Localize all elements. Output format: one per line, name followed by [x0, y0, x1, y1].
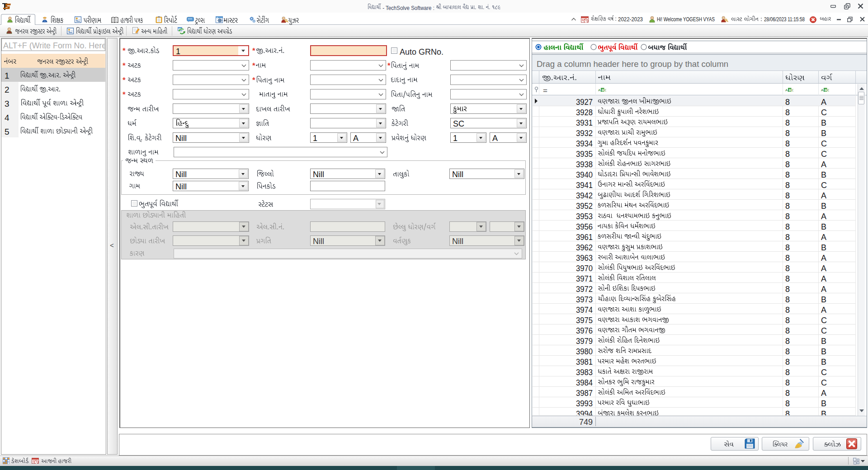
svg-text:B: B [602, 88, 604, 92]
svg-text:A: A [598, 88, 601, 92]
svg-text:A: A [821, 88, 824, 92]
svg-text:B: B [825, 88, 827, 92]
svg-text:C: C [827, 88, 829, 92]
svg-text:B: B [789, 88, 792, 92]
svg-text:A: A [785, 88, 788, 92]
svg-text:C: C [792, 88, 793, 92]
svg-text:C: C [604, 88, 606, 92]
